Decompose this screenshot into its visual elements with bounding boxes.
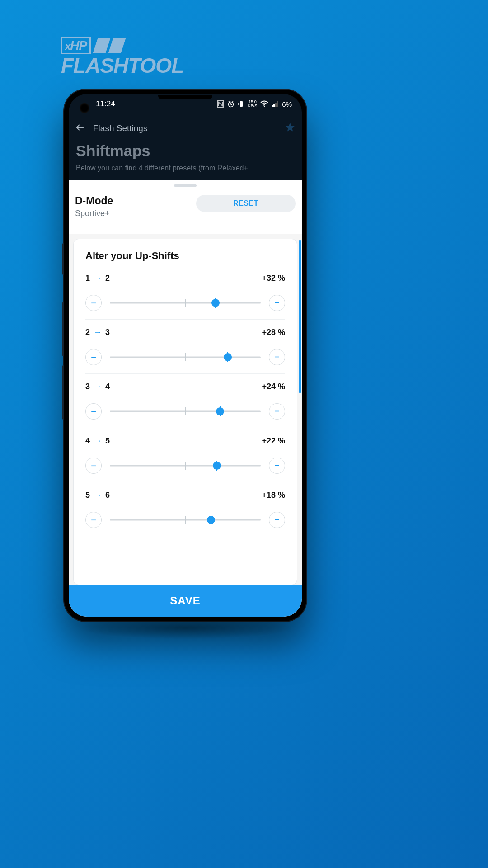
app-header: Flash Settings Shiftmaps Below you can f… bbox=[69, 114, 302, 175]
increment-button[interactable]: + bbox=[269, 403, 285, 420]
phone-frame: 11:24 15.0 KB/S bbox=[64, 90, 306, 621]
wifi-icon bbox=[260, 100, 268, 108]
page-title: Shiftmaps bbox=[76, 142, 296, 160]
battery-pct: 6% bbox=[282, 100, 292, 108]
shift-slider[interactable] bbox=[110, 352, 261, 363]
gear-from: 3 bbox=[85, 382, 90, 392]
increment-button[interactable]: + bbox=[269, 349, 285, 365]
svg-rect-6 bbox=[275, 103, 277, 107]
gear-pair: 4 → 5 bbox=[85, 436, 110, 446]
decrement-button[interactable]: − bbox=[85, 512, 102, 528]
gear-pair: 1 → 2 bbox=[85, 274, 110, 283]
gear-to: 4 bbox=[105, 382, 110, 392]
network-speed: 15.0 KB/S bbox=[248, 100, 258, 108]
star-icon[interactable] bbox=[285, 122, 296, 135]
bottom-sheet: D-Mode Sportive+ RESET Alter your Up-Shi… bbox=[69, 180, 302, 617]
arrow-right-icon: → bbox=[94, 328, 102, 337]
toolbar-title: Flash Settings bbox=[93, 123, 147, 133]
gear-from: 5 bbox=[85, 491, 90, 500]
increment-button[interactable]: + bbox=[269, 458, 285, 474]
reset-button[interactable]: RESET bbox=[196, 195, 296, 212]
alarm-icon bbox=[227, 100, 235, 108]
gear-from: 2 bbox=[85, 328, 90, 337]
shift-row: 3 → 4 +24 % − + bbox=[85, 382, 285, 428]
card-title: Alter your Up-Shifts bbox=[85, 250, 285, 262]
increment-button[interactable]: + bbox=[269, 295, 285, 311]
save-button[interactable]: SAVE bbox=[69, 585, 302, 617]
back-icon[interactable] bbox=[75, 123, 85, 134]
decrement-button[interactable]: − bbox=[85, 349, 102, 365]
decrement-button[interactable]: − bbox=[85, 403, 102, 420]
gear-to: 2 bbox=[105, 274, 110, 283]
shift-value: +18 % bbox=[262, 491, 285, 500]
decrement-button[interactable]: − bbox=[85, 295, 102, 311]
shift-value: +22 % bbox=[262, 436, 285, 446]
shift-value: +24 % bbox=[262, 382, 285, 392]
shift-value: +32 % bbox=[262, 274, 285, 283]
status-time: 11:24 bbox=[96, 99, 115, 108]
camera-hole bbox=[80, 103, 89, 113]
gear-from: 1 bbox=[85, 274, 90, 283]
shift-slider[interactable] bbox=[110, 297, 261, 308]
shift-slider[interactable] bbox=[110, 514, 261, 525]
page-description: Below you can find 4 different presets (… bbox=[75, 163, 296, 175]
arrow-right-icon: → bbox=[94, 436, 102, 446]
shift-slider[interactable] bbox=[110, 460, 261, 471]
gear-from: 4 bbox=[85, 436, 90, 446]
sheet-handle[interactable] bbox=[174, 184, 197, 187]
signal-icon bbox=[272, 101, 279, 107]
svg-rect-5 bbox=[273, 104, 275, 107]
svg-point-3 bbox=[264, 106, 265, 107]
decrement-button[interactable]: − bbox=[85, 458, 102, 474]
arrow-right-icon: → bbox=[94, 274, 102, 283]
gear-to: 5 bbox=[105, 436, 110, 446]
svg-rect-2 bbox=[240, 101, 243, 107]
arrow-right-icon: → bbox=[94, 491, 102, 500]
gear-pair: 3 → 4 bbox=[85, 382, 110, 392]
gear-pair: 2 → 3 bbox=[85, 328, 110, 337]
brand-logo: xHP FLASHTOOL bbox=[61, 37, 183, 78]
svg-rect-7 bbox=[277, 101, 278, 107]
gear-to: 6 bbox=[105, 491, 110, 500]
increment-button[interactable]: + bbox=[269, 512, 285, 528]
shift-row: 2 → 3 +28 % − + bbox=[85, 328, 285, 374]
shift-row: 5 → 6 +18 % − + bbox=[85, 491, 285, 528]
mode-subtitle: Sportive+ bbox=[75, 209, 113, 218]
shift-row: 4 → 5 +22 % − + bbox=[85, 436, 285, 482]
shift-value: +28 % bbox=[262, 328, 285, 337]
svg-rect-4 bbox=[272, 105, 273, 107]
gear-pair: 5 → 6 bbox=[85, 491, 110, 500]
vibrate-icon bbox=[238, 100, 245, 108]
scroll-indicator[interactable] bbox=[299, 240, 301, 393]
screen: 11:24 15.0 KB/S bbox=[69, 94, 302, 617]
shift-slider[interactable] bbox=[110, 406, 261, 417]
upshifts-card: Alter your Up-Shifts 1 → 2 +32 % − + 2 bbox=[73, 239, 297, 585]
shift-row: 1 → 2 +32 % − + bbox=[85, 274, 285, 320]
arrow-right-icon: → bbox=[94, 382, 102, 392]
nfc-icon bbox=[217, 100, 224, 108]
mode-title: D-Mode bbox=[75, 195, 113, 207]
gear-to: 3 bbox=[105, 328, 110, 337]
